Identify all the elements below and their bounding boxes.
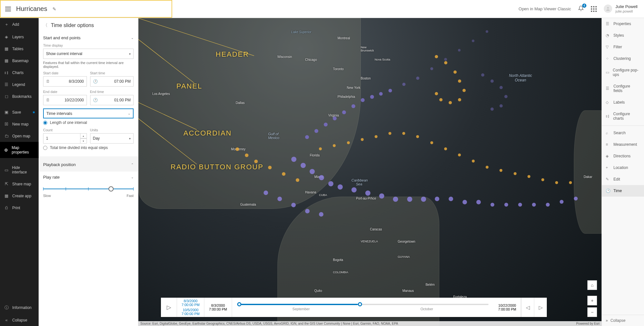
nav-new-map[interactable]: ☒New map — [0, 118, 39, 130]
radio-input[interactable] — [43, 146, 47, 150]
svg-point-0 — [607, 7, 609, 9]
rb-clustering[interactable]: ⁘Clustering — [602, 53, 644, 64]
rb-properties[interactable]: ☰Properties — [602, 18, 644, 30]
left-sidebar: ＋Add ◈Layers ▦Tables ▩Basemap ⫾⫿Charts ☰… — [0, 18, 39, 326]
play-rate-slider[interactable] — [43, 185, 134, 193]
nav-charts[interactable]: ⫾⫿Charts — [0, 67, 39, 79]
nav-legend[interactable]: ☰Legend — [0, 79, 39, 90]
rb-directions[interactable]: ◈Directions — [602, 150, 644, 162]
label-start-time: Start time — [90, 71, 134, 75]
app-switcher-icon[interactable] — [591, 6, 597, 12]
step-back-button[interactable]: ◁ — [521, 298, 534, 317]
chevron-down-icon: ⌄ — [131, 36, 134, 40]
nav-layers[interactable]: ◈Layers — [0, 31, 39, 43]
nav-information[interactable]: ⓘInformation — [0, 301, 39, 314]
annotation-panel: PANEL — [176, 82, 202, 90]
rb-popups[interactable]: ▭Configure pop-ups — [602, 64, 644, 80]
radio-input[interactable] — [43, 121, 47, 125]
clock-icon: 🕐 — [93, 79, 98, 84]
radio-length-interval[interactable]: Length of one interval — [43, 118, 134, 127]
print-icon: ⎙ — [4, 205, 9, 210]
nav-bookmarks[interactable]: ◻Bookmarks — [0, 90, 39, 102]
slow-label: Slow — [43, 194, 51, 198]
chart-icon: ⫾⫿ — [4, 70, 9, 75]
charts-icon: ⫾⫿ — [606, 114, 610, 118]
monitor-icon: ▭ — [4, 168, 9, 172]
end-time-input[interactable]: 🕐01:00 PM — [90, 95, 134, 105]
nav-collapse[interactable]: «Collapse — [0, 314, 39, 326]
timeline-track[interactable]: SeptemberOctober — [232, 298, 494, 317]
extent-start: 8/3/20007:00:00 PM — [204, 298, 232, 317]
user-menu[interactable]: Julie Powell julie.powell — [604, 5, 638, 13]
nav-print[interactable]: ⎙Print — [0, 202, 39, 214]
rb-charts[interactable]: ⫾⫿Configure charts — [602, 108, 644, 124]
rb-labels[interactable]: ◇Labels — [602, 97, 644, 108]
extent-end: 10/22/20007:00:00 PM — [494, 298, 521, 317]
hint-text: Features that fall within the current ti… — [43, 61, 134, 69]
fast-label: Fast — [127, 194, 134, 198]
plus-icon: ＋ — [4, 22, 9, 27]
popup-icon: ▭ — [606, 70, 610, 75]
collapse-right-icon: » — [606, 318, 608, 323]
section-start-end[interactable]: Start and end points⌄ — [43, 32, 134, 42]
gulf-label: Gulf ofMexico — [268, 132, 279, 140]
timeline-handle-start[interactable] — [237, 302, 241, 306]
nav-basemap[interactable]: ▩Basemap — [0, 55, 39, 67]
rb-search[interactable]: ⌕Search — [602, 127, 644, 139]
rb-collapse[interactable]: »Collapse — [602, 315, 644, 326]
section-time-intervals[interactable]: Time intervals⌄ — [44, 109, 133, 118]
back-icon[interactable]: 〈 — [43, 23, 48, 28]
rb-measurement[interactable]: ≡Measurement — [602, 139, 644, 150]
app-icon: ▦ — [4, 193, 9, 198]
map-canvas[interactable]: North AtlanticOcean Gulf ofMexico Caribb… — [138, 18, 602, 326]
collapse-left-icon: « — [4, 318, 9, 322]
nav-open-map[interactable]: 🗀Open map — [0, 130, 39, 142]
label-time-display: Time display — [43, 43, 134, 47]
section-playback-position[interactable]: Playback position⌃ — [43, 159, 134, 169]
rb-time[interactable]: 🕐Time — [602, 185, 644, 197]
open-classic-link[interactable]: Open in Map Viewer Classic — [518, 6, 571, 11]
zoom-out-button[interactable]: − — [587, 307, 597, 317]
count-stepper[interactable]: 1 ▴▾ — [43, 133, 87, 144]
time-display-select[interactable]: Show current interval▾ — [43, 49, 134, 59]
nav-add[interactable]: ＋Add — [0, 18, 39, 31]
user-id: julie.powell — [615, 9, 638, 13]
menu-icon[interactable] — [5, 7, 11, 11]
start-time-input[interactable]: 🕐07:00 PM — [90, 76, 134, 87]
end-date-input[interactable]: 🗓10/22/2000 — [43, 95, 87, 105]
home-button[interactable]: ⌂ — [587, 280, 597, 290]
nav-share-map[interactable]: ⇱Share map — [0, 178, 39, 190]
step-up-icon[interactable]: ▴ — [80, 133, 87, 138]
nav-create-app[interactable]: ▦Create app — [0, 190, 39, 202]
caret-down-icon: ▾ — [129, 52, 131, 56]
rb-edit[interactable]: ✎Edit — [602, 173, 644, 185]
rb-location[interactable]: +Location — [602, 162, 644, 173]
cluster-icon: ⁘ — [606, 56, 610, 61]
nav-hide-interface[interactable]: ▭Hide interface — [0, 162, 39, 178]
timeline-handle-end[interactable] — [358, 302, 362, 306]
slider-thumb[interactable] — [108, 186, 114, 191]
annotation-accordian: ACCORDIAN — [183, 129, 232, 137]
step-down-icon[interactable]: ▾ — [80, 138, 87, 144]
nav-save[interactable]: ▣Save — [0, 106, 39, 118]
section-play-rate[interactable]: Play rate⌄ — [43, 172, 134, 182]
filter-icon: ▽ — [606, 45, 610, 49]
nav-map-properties[interactable]: ⚙Map properties — [0, 142, 39, 158]
search-icon: ⌕ — [606, 131, 610, 135]
start-date-input[interactable]: 🗓8/3/2000 — [43, 76, 87, 87]
play-button[interactable]: ▷ — [161, 298, 177, 317]
rb-styles[interactable]: ◔Styles — [602, 30, 644, 41]
radio-equal-steps[interactable]: Total time divided into equal steps — [43, 144, 134, 152]
step-forward-button[interactable]: ▷ — [534, 298, 547, 317]
rb-fields[interactable]: ☰Configure fields — [602, 80, 644, 97]
rb-filter[interactable]: ▽Filter — [602, 41, 644, 53]
notifications-icon[interactable]: 4 — [578, 5, 584, 13]
zoom-in-button[interactable]: + — [587, 296, 597, 305]
units-select[interactable]: Day▾ — [90, 133, 134, 144]
ruler-icon: ≡ — [606, 142, 610, 147]
attribution-bar: Source: Esri, DigitalGlobe, GeoEye, Eart… — [138, 321, 602, 326]
info-icon: ⓘ — [4, 305, 9, 311]
edit-title-icon[interactable]: ✎ — [52, 6, 56, 12]
chevron-down-icon: ⌄ — [131, 175, 134, 179]
nav-tables[interactable]: ▦Tables — [0, 43, 39, 55]
